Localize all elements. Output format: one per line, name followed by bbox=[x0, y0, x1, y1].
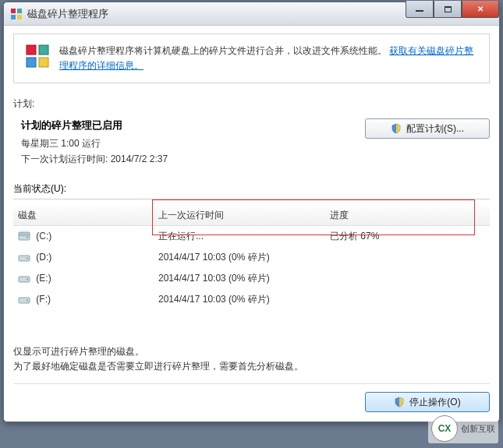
schedule-info: 计划的碎片整理已启用 每星期三 1:00 运行 下一次计划运行时间: 2014/… bbox=[13, 118, 168, 168]
info-description: 磁盘碎片整理程序将计算机硬盘上的碎片文件进行合并，以改进文件系统性能。 bbox=[59, 45, 387, 56]
content-area: 磁盘碎片整理程序将计算机硬盘上的碎片文件进行合并，以改进文件系统性能。 获取有关… bbox=[4, 26, 499, 422]
close-button[interactable]: ✕ bbox=[462, 1, 499, 18]
svg-rect-4 bbox=[27, 45, 36, 55]
svg-point-16 bbox=[27, 300, 28, 302]
disk-progress: 已分析 67% bbox=[325, 226, 490, 248]
window-controls: ✕ bbox=[406, 1, 499, 18]
hdd-icon bbox=[18, 231, 30, 242]
info-text: 磁盘碎片整理程序将计算机硬盘上的碎片文件进行合并，以改进文件系统性能。 获取有关… bbox=[59, 44, 478, 73]
svg-rect-7 bbox=[39, 58, 48, 67]
svg-rect-0 bbox=[11, 9, 16, 13]
col-lastrun[interactable]: 上一次运行时间 bbox=[154, 206, 325, 226]
hdd-icon bbox=[18, 252, 30, 263]
window-title: 磁盘碎片整理程序 bbox=[27, 7, 108, 21]
app-icon bbox=[10, 8, 23, 20]
svg-rect-5 bbox=[39, 45, 48, 55]
disk-name: (F:) bbox=[36, 294, 51, 305]
svg-point-12 bbox=[27, 258, 28, 259]
minimize-button[interactable] bbox=[406, 1, 434, 18]
schedule-line1: 每星期三 1:00 运行 bbox=[21, 137, 168, 150]
configure-button-label: 配置计划(S)... bbox=[406, 122, 464, 136]
svg-rect-3 bbox=[17, 15, 22, 19]
disk-lastrun: 2014/4/17 10:03 (0% 碎片) bbox=[154, 289, 325, 310]
disk-progress bbox=[325, 289, 490, 310]
disk-name: (C:) bbox=[36, 231, 51, 242]
watermark-text: 创新互联 bbox=[461, 423, 495, 435]
svg-point-14 bbox=[27, 279, 28, 280]
plan-label: 计划: bbox=[13, 97, 490, 111]
hint-area: 仅显示可进行碎片整理的磁盘。 为了最好地确定磁盘是否需要立即进行碎片整理，需要首… bbox=[13, 330, 490, 374]
disk-progress bbox=[325, 268, 490, 289]
shield-icon bbox=[394, 397, 405, 407]
schedule-line2: 下一次计划运行时间: 2014/7/2 2:37 bbox=[21, 153, 168, 166]
disk-lastrun: 2014/4/17 10:03 (0% 碎片) bbox=[154, 268, 325, 289]
watermark-logo-icon: CX bbox=[431, 415, 458, 442]
hdd-icon bbox=[18, 273, 30, 284]
table-row[interactable]: (E:) 2014/4/17 10:03 (0% 碎片) bbox=[13, 268, 490, 289]
svg-point-9 bbox=[27, 237, 28, 238]
window-frame: 磁盘碎片整理程序 ✕ 磁盘碎片整理程序将计算机硬盘上的碎片文件进行合并，以改进文… bbox=[3, 2, 500, 422]
col-disk[interactable]: 磁盘 bbox=[13, 206, 154, 226]
table-row[interactable]: (C:) 正在运行... 已分析 67% bbox=[13, 226, 490, 248]
disk-lastrun: 正在运行... bbox=[154, 226, 325, 248]
maximize-button[interactable] bbox=[434, 1, 462, 18]
title-bar[interactable]: 磁盘碎片整理程序 ✕ bbox=[4, 2, 499, 26]
disk-table-wrap: 磁盘 上一次运行时间 进度 (C:) 正在运行... bbox=[13, 199, 490, 310]
disk-table: 磁盘 上一次运行时间 进度 (C:) 正在运行... bbox=[13, 206, 490, 310]
status-label: 当前状态(U): bbox=[13, 182, 490, 199]
bottom-bar: 停止操作(O) bbox=[13, 383, 490, 412]
table-row[interactable]: (D:) 2014/4/17 10:03 (0% 碎片) bbox=[13, 247, 490, 268]
shield-icon bbox=[391, 123, 402, 134]
disk-name: (D:) bbox=[36, 252, 51, 263]
stop-button-label: 停止操作(O) bbox=[409, 396, 460, 409]
disk-lastrun: 2014/4/17 10:03 (0% 碎片) bbox=[154, 247, 325, 268]
hdd-icon bbox=[18, 295, 30, 305]
schedule-title: 计划的碎片整理已启用 bbox=[21, 118, 168, 132]
svg-rect-1 bbox=[17, 9, 22, 13]
col-progress[interactable]: 进度 bbox=[325, 206, 490, 226]
disk-progress bbox=[325, 247, 490, 268]
disk-name: (E:) bbox=[36, 273, 51, 284]
svg-rect-2 bbox=[11, 15, 16, 19]
stop-operation-button[interactable]: 停止操作(O) bbox=[365, 392, 490, 412]
hint-line2: 为了最好地确定磁盘是否需要立即进行碎片整理，需要首先分析磁盘。 bbox=[13, 359, 490, 374]
hint-line1: 仅显示可进行碎片整理的磁盘。 bbox=[13, 344, 490, 359]
table-row[interactable]: (F:) 2014/4/17 10:03 (0% 碎片) bbox=[13, 289, 490, 310]
info-panel: 磁盘碎片整理程序将计算机硬盘上的碎片文件进行合并，以改进文件系统性能。 获取有关… bbox=[13, 34, 490, 83]
watermark: CX 创新互联 bbox=[428, 414, 498, 443]
svg-rect-6 bbox=[27, 58, 36, 67]
schedule-row: 计划的碎片整理已启用 每星期三 1:00 运行 下一次计划运行时间: 2014/… bbox=[13, 118, 490, 168]
configure-schedule-button[interactable]: 配置计划(S)... bbox=[365, 118, 490, 139]
defrag-icon bbox=[25, 44, 50, 69]
svg-rect-10 bbox=[19, 232, 30, 235]
